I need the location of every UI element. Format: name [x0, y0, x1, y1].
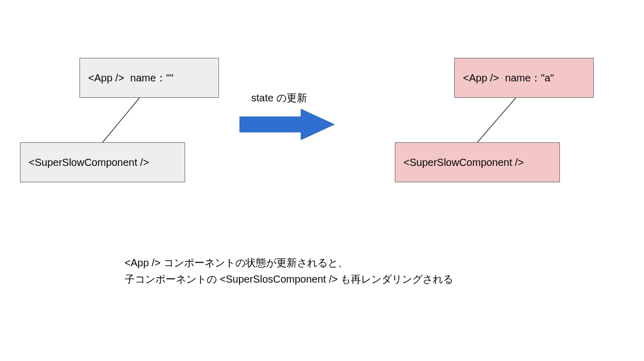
svg-line-0	[103, 98, 139, 142]
child-box-right: <SuperSlowComponent />	[395, 142, 560, 182]
description: <App /> コンポーネントの状態が更新されると、 子コンポーネントの <Su…	[125, 254, 453, 287]
component-label: <App />	[88, 72, 130, 84]
state-label: name：""	[130, 71, 173, 85]
description-line: 子コンポーネントの <SuperSlosComponent /> も再レンダリン…	[125, 271, 453, 287]
child-box-left: <SuperSlowComponent />	[20, 142, 185, 182]
arrow-label: state の更新	[251, 91, 307, 105]
state-label: name："a"	[505, 71, 554, 85]
component-label: <SuperSlowComponent />	[29, 157, 149, 168]
component-label: <SuperSlowComponent />	[404, 157, 524, 168]
svg-line-1	[477, 98, 516, 142]
description-line: <App /> コンポーネントの状態が更新されると、	[125, 254, 453, 271]
app-box-left: <App /> name：""	[79, 58, 219, 98]
svg-marker-2	[239, 109, 334, 140]
component-label: <App />	[463, 72, 505, 84]
arrow-icon	[239, 107, 337, 145]
app-box-right: <App /> name："a"	[454, 58, 594, 98]
